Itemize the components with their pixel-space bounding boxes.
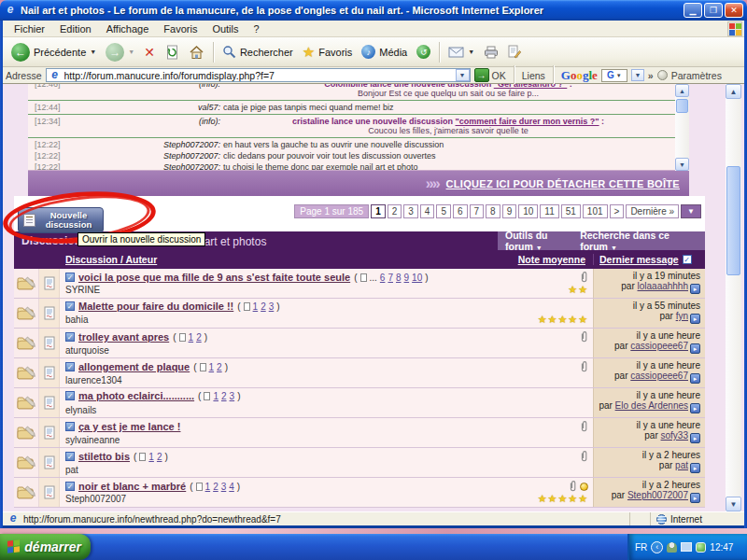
media-button[interactable]: ♪ Média <box>357 43 412 61</box>
language-indicator[interactable]: FR <box>635 542 647 553</box>
page-link-8[interactable]: 8 <box>486 204 500 218</box>
scroll-down-icon[interactable]: ▼ <box>675 158 689 171</box>
last-poster-link[interactable]: Elo des Ardennes <box>615 400 688 411</box>
thread-page-link[interactable]: 6 <box>380 273 386 283</box>
thread-page-link[interactable]: 1 <box>148 452 154 462</box>
back-button[interactable]: ← Précédente ▼ <box>7 41 101 63</box>
thread-page-link[interactable]: 1 <box>253 301 259 312</box>
google-dropdown-icon[interactable]: ▼ <box>631 69 644 81</box>
menu-favoris[interactable]: Favoris <box>156 22 204 35</box>
back-dropdown-icon[interactable]: ▼ <box>90 49 96 55</box>
thread-title-link[interactable]: noir et blanc + marbré <box>78 481 186 492</box>
thread-page-link[interactable]: 1 <box>213 391 218 401</box>
page-scrollbar[interactable]: ▲ ▼ <box>726 84 741 511</box>
forward-button[interactable]: → ▼ <box>101 41 139 63</box>
menu-aide[interactable]: ? <box>247 22 267 35</box>
thread-checkbox-icon[interactable]: ✓ <box>65 301 75 311</box>
thread-checkbox-icon[interactable]: ✓ <box>65 452 75 461</box>
goto-last-post-icon[interactable]: ▸ <box>690 284 700 294</box>
page-link-6[interactable]: 6 <box>453 204 468 218</box>
chatbox-scrollbar[interactable]: ▲ ▼ <box>675 84 689 171</box>
page-link-7[interactable]: 7 <box>470 204 485 218</box>
address-input[interactable]: e http://forum.manucure.info/forumdispla… <box>46 68 471 82</box>
stop-button[interactable]: ✕ <box>139 43 160 62</box>
thread-page-link[interactable]: 1 <box>189 332 194 343</box>
goto-last-post-icon[interactable]: ▸ <box>690 463 700 473</box>
chat-thread-link[interactable]: "comment faire durer mon vernis ?" <box>455 117 599 126</box>
tray-collapse-icon[interactable]: ‹ <box>651 541 663 553</box>
page-link-51[interactable]: 51 <box>561 204 581 218</box>
thread-title-link[interactable]: stiletto bis <box>78 451 130 462</box>
thread-page-link[interactable]: 2 <box>213 482 218 492</box>
print-button[interactable] <box>479 44 503 61</box>
favorites-button[interactable]: ★ Favoris <box>298 42 358 63</box>
thread-page-link[interactable]: 1 <box>209 362 215 372</box>
forum-tools-dropdown[interactable]: Outils du forum▼ <box>505 230 580 252</box>
refresh-button[interactable] <box>160 43 184 62</box>
header-discussion-auteur[interactable]: Discussion / Auteur <box>65 254 157 265</box>
scroll-up-icon[interactable]: ▲ <box>726 84 741 99</box>
last-poster-link[interactable]: Steph0072007 <box>627 490 688 500</box>
thread-checkbox-icon[interactable]: ✓ <box>65 391 75 400</box>
goto-last-post-icon[interactable]: ▸ <box>690 433 700 443</box>
update-icon[interactable] <box>696 542 706 553</box>
goto-last-post-icon[interactable]: ▸ <box>690 403 700 413</box>
scrollbar-thumb[interactable] <box>676 99 688 113</box>
last-poster-link[interactable]: fyn <box>676 311 688 321</box>
forum-search-dropdown[interactable]: Recherche dans ce forum▼ <box>580 230 698 252</box>
menu-fichier[interactable]: Fichier <box>7 22 52 35</box>
thread-title-link[interactable]: trolley avant apres <box>78 331 169 343</box>
page-link-101[interactable]: 101 <box>583 204 608 218</box>
thread-page-link[interactable]: 2 <box>217 362 222 372</box>
maximize-button[interactable]: ❐ <box>704 3 723 18</box>
display-icon[interactable] <box>681 542 692 552</box>
thread-page-link[interactable]: 8 <box>396 273 402 283</box>
thread-page-link[interactable]: 2 <box>221 391 227 401</box>
thread-page-link[interactable]: 3 <box>230 391 235 401</box>
goto-last-post-icon[interactable]: ▸ <box>690 373 700 384</box>
page-link->[interactable]: > <box>610 204 625 218</box>
forward-dropdown-icon[interactable]: ▼ <box>128 49 134 55</box>
clock[interactable]: 12:47 <box>710 542 733 553</box>
mail-dropdown-icon[interactable]: ▼ <box>468 49 474 55</box>
toolbar-overflow-chevron[interactable]: » <box>648 70 654 81</box>
links-label[interactable]: Liens <box>522 70 545 81</box>
home-button[interactable] <box>184 43 209 62</box>
header-dernier-message[interactable]: Dernier message <box>599 254 679 265</box>
settings-label[interactable]: Paramètres <box>671 70 722 81</box>
history-button[interactable]: ↺ <box>412 43 435 61</box>
thread-checkbox-icon[interactable]: ✓ <box>65 482 75 491</box>
thread-title-link[interactable]: ça y est je me lance ! <box>78 421 180 432</box>
goto-last-post-icon[interactable]: ▸ <box>690 343 700 354</box>
thread-page-link[interactable]: 2 <box>196 332 202 343</box>
thread-title-link[interactable]: allongement de plaque <box>78 361 190 372</box>
page-link-1[interactable]: 1 <box>371 204 386 218</box>
close-button[interactable]: ✕ <box>725 3 743 18</box>
scrollbar-thumb[interactable] <box>726 166 740 275</box>
edit-button[interactable] <box>503 43 526 61</box>
page-link-2[interactable]: 2 <box>388 204 402 218</box>
header-note-moyenne[interactable]: Note moyenne <box>518 254 585 265</box>
mark-read-icon[interactable]: ✓ <box>683 255 692 264</box>
scroll-up-icon[interactable]: ▲ <box>675 84 689 97</box>
last-poster-link[interactable]: lolaaaahhhh <box>638 281 689 291</box>
page-link-11[interactable]: 11 <box>540 204 558 218</box>
page-link-3[interactable]: 3 <box>403 204 418 218</box>
thread-page-link[interactable]: 10 <box>412 273 422 283</box>
address-dropdown-icon[interactable]: ▼ <box>456 69 470 81</box>
page-link-5[interactable]: 5 <box>436 204 451 218</box>
thread-checkbox-icon[interactable]: ✓ <box>65 332 75 342</box>
last-poster-link[interactable]: pat <box>675 460 688 470</box>
page-link-9[interactable]: 9 <box>502 204 517 218</box>
page-link-Dernière »[interactable]: Dernière » <box>626 204 679 218</box>
menu-affichage[interactable]: Affichage <box>99 22 157 35</box>
goto-last-post-icon[interactable]: ▸ <box>690 314 700 324</box>
goto-last-post-icon[interactable]: ▸ <box>690 493 700 503</box>
menu-outils[interactable]: Outils <box>204 22 246 35</box>
minimize-button[interactable]: ▁ <box>684 3 702 18</box>
last-poster-link[interactable]: sofy33 <box>661 430 688 441</box>
start-button[interactable]: démarrer <box>0 534 91 560</box>
pagination-dropdown[interactable]: ▼ <box>681 204 701 218</box>
thread-page-link[interactable]: 9 <box>404 273 410 283</box>
thread-title-link[interactable]: ma photo eclairci........... <box>78 390 194 401</box>
